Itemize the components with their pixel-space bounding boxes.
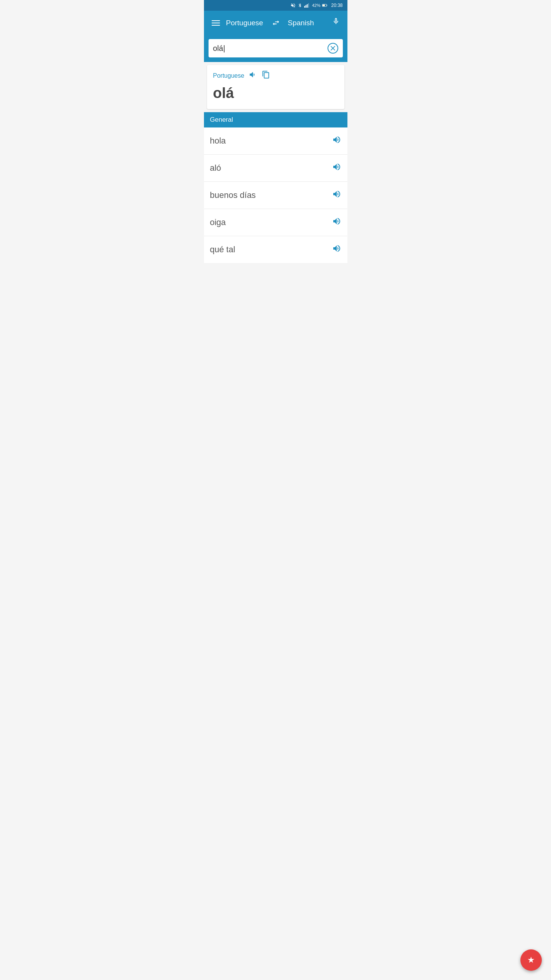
translation-card: Portuguese olá [207,65,344,109]
menu-button[interactable] [210,19,222,27]
copy-button[interactable] [262,70,270,81]
search-box: olá [209,39,343,57]
translation-word: oiga [210,217,332,227]
translation-word: buenos días [210,190,332,200]
clear-button[interactable] [328,43,338,54]
section-title: General [210,116,233,123]
swap-languages-button[interactable] [269,17,283,29]
battery-percentage: 42% [312,3,320,8]
pronounce-source-button[interactable] [249,70,257,81]
translation-word: hola [210,136,332,146]
list-item[interactable]: hola [204,127,347,155]
list-item[interactable]: qué tal [204,236,347,263]
pronounce-button[interactable] [332,162,341,174]
microphone-button[interactable] [331,15,341,31]
pronounce-button[interactable] [332,189,341,201]
pronounce-button[interactable] [332,135,341,147]
status-icons: 42% 20:38 [290,3,342,8]
svg-rect-2 [307,4,308,8]
status-time: 20:38 [331,3,342,8]
target-language[interactable]: Spanish [288,19,326,27]
translation-list: hola aló buenos días oiga [204,127,347,263]
translation-word: qué tal [210,245,332,255]
mute-icon [290,3,296,8]
card-header: Portuguese [213,70,338,81]
list-item[interactable]: oiga [204,209,347,236]
card-language: Portuguese [213,72,245,79]
svg-rect-3 [308,3,309,8]
pronounce-button[interactable] [332,217,341,228]
list-item[interactable]: aló [204,155,347,182]
search-input[interactable]: olá [213,44,328,53]
bluetooth-icon [298,3,302,8]
svg-rect-1 [306,5,306,8]
app-bar: Portuguese Spanish [204,11,347,35]
section-header: General [204,112,347,127]
signal-icon [304,3,310,8]
pronounce-button[interactable] [332,244,341,255]
battery-icon [322,3,328,8]
translation-word: aló [210,163,332,173]
search-container: olá [204,35,347,62]
source-word: olá [213,85,338,102]
svg-rect-0 [304,6,305,8]
list-item[interactable]: buenos días [204,182,347,209]
status-bar: 42% 20:38 [204,0,347,11]
source-language[interactable]: Portuguese [226,19,264,27]
